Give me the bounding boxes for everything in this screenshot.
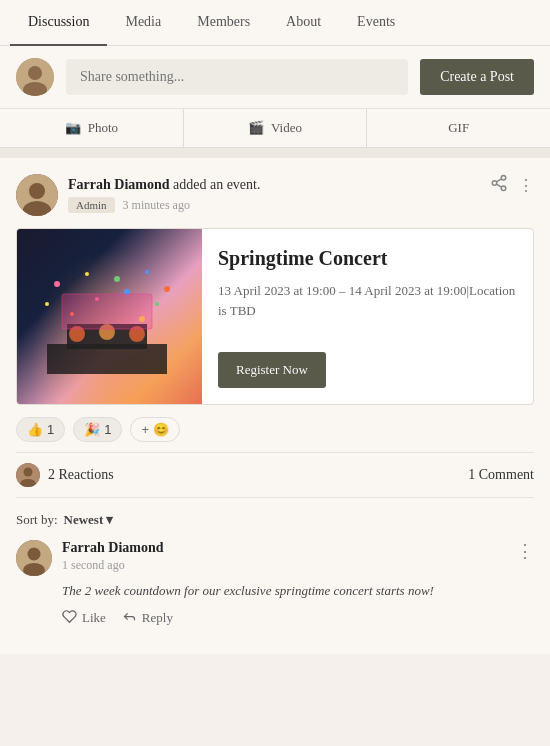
svg-line-9 [496,184,501,187]
user-avatar [16,58,54,96]
comment: Farrah Diamond 1 second ago ⋮ The 2 week… [16,540,534,628]
comment-more-icon[interactable]: ⋮ [516,540,534,562]
reactions-row: 👍 1 🎉 1 + 😊 [16,417,534,442]
svg-point-19 [145,270,149,274]
chevron-down-icon: ▾ [106,512,113,528]
svg-point-6 [501,176,506,181]
create-post-button[interactable]: Create a Post [420,59,534,95]
post-author-avatar [16,174,58,216]
share-input[interactable] [66,59,408,95]
tab-about[interactable]: About [268,0,339,46]
svg-point-18 [114,276,120,282]
post-author-line: Farrah Diamond added an event. [68,177,260,193]
svg-point-33 [28,548,41,561]
comment-header: Farrah Diamond 1 second ago ⋮ [62,540,534,573]
thumbs-up-emoji: 👍 [27,422,43,437]
svg-line-10 [496,179,501,182]
post-header: Farrah Diamond added an event. Admin 3 m… [16,174,534,216]
thumbs-up-count: 1 [47,422,54,437]
heart-icon [62,609,77,628]
post-time: 3 minutes ago [123,198,190,213]
more-options-icon[interactable]: ⋮ [518,176,534,195]
admin-badge: Admin [68,197,115,213]
like-button[interactable]: Like [62,609,106,628]
video-icon: 🎬 [248,120,264,136]
comment-actions: Like Reply [62,609,534,628]
reply-label: Reply [142,610,173,626]
post-author-name: Farrah Diamond [68,177,170,192]
post-header-left: Farrah Diamond added an event. Admin 3 m… [16,174,260,216]
svg-point-7 [492,181,497,186]
nav-tabs: Discussion Media Members About Events [0,0,550,46]
post-meta-badges: Admin 3 minutes ago [68,197,260,213]
comment-avatar [16,540,52,576]
tab-events[interactable]: Events [339,0,413,46]
party-reaction[interactable]: 🎉 1 [73,417,122,442]
reactions-stats-left: 2 Reactions [16,463,114,487]
event-image [17,229,202,404]
video-label: Video [271,120,302,136]
gif-button[interactable]: GIF [367,109,550,147]
svg-point-16 [54,281,60,287]
svg-point-20 [164,286,170,292]
event-info: 13 April 2023 at 19:00 – 14 April 2023 a… [218,281,517,320]
post-action-text: added an event. [173,177,260,192]
media-buttons: 📷 Photo 🎬 Video GIF [0,109,550,148]
tab-discussion[interactable]: Discussion [10,0,107,46]
photo-button[interactable]: 📷 Photo [0,109,184,147]
event-title: Springtime Concert [218,245,517,271]
sort-dropdown[interactable]: Newest ▾ [64,512,114,528]
event-card: Springtime Concert 13 April 2023 at 19:0… [16,228,534,405]
thumbs-up-reaction[interactable]: 👍 1 [16,417,65,442]
sort-row: Sort by: Newest ▾ [16,508,534,528]
comment-time: 1 second ago [62,558,164,573]
party-emoji: 🎉 [84,422,100,437]
comment-body: Farrah Diamond 1 second ago ⋮ The 2 week… [62,540,534,628]
like-label: Like [82,610,106,626]
svg-rect-27 [62,294,152,329]
svg-point-4 [29,183,45,199]
svg-point-1 [28,66,42,80]
party-count: 1 [104,422,111,437]
add-reaction-button[interactable]: + 😊 [130,417,179,442]
svg-point-24 [155,302,159,306]
reactions-stats: 2 Reactions 1 Comment [16,452,534,498]
reactions-avatar [16,463,40,487]
video-button[interactable]: 🎬 Video [184,109,368,147]
divider [0,148,550,158]
reactions-count: 2 Reactions [48,467,114,483]
svg-point-30 [24,468,33,477]
sort-label: Sort by: [16,512,58,528]
gif-label: GIF [448,120,469,136]
svg-point-21 [45,302,49,306]
post-meta: Farrah Diamond added an event. Admin 3 m… [68,177,260,213]
tab-media[interactable]: Media [107,0,179,46]
post-actions: ⋮ [490,174,534,196]
comment-author-info: Farrah Diamond 1 second ago [62,540,164,573]
comments-count: 1 Comment [468,467,534,483]
sort-value: Newest [64,512,104,528]
svg-point-17 [85,272,89,276]
post-card: Farrah Diamond added an event. Admin 3 m… [0,158,550,654]
comment-author-name: Farrah Diamond [62,540,164,556]
tab-members[interactable]: Members [179,0,268,46]
reply-button[interactable]: Reply [122,609,173,628]
comment-text: The 2 week countdown for our exclusive s… [62,581,534,601]
register-now-button[interactable]: Register Now [218,352,326,388]
svg-point-8 [501,186,506,191]
camera-icon: 📷 [65,120,81,136]
photo-label: Photo [88,120,118,136]
event-details: Springtime Concert 13 April 2023 at 19:0… [202,229,533,404]
reply-icon [122,609,137,628]
share-icon[interactable] [490,174,508,196]
create-post-area: Create a Post [0,46,550,109]
